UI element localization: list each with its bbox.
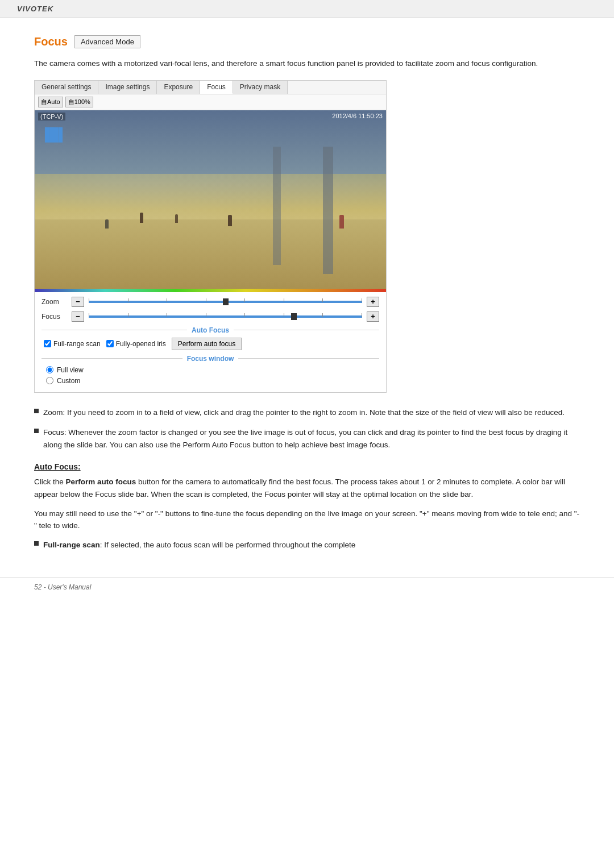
footer: 52 - User's Manual bbox=[0, 577, 614, 597]
focus-slider-thumb[interactable] bbox=[291, 313, 297, 320]
focus-slider-track[interactable] bbox=[89, 315, 362, 318]
controls-area: Zoom − + Focus − bbox=[35, 292, 386, 392]
main-content: Focus Advanced Mode The camera comes wit… bbox=[0, 18, 614, 577]
full-view-radio-label[interactable]: Full view bbox=[46, 366, 379, 374]
full-view-text: Full view bbox=[57, 366, 84, 374]
video-timestamp: 2012/4/6 11:50:23 bbox=[332, 113, 383, 119]
toolbar-100-btn[interactable]: 自100% bbox=[65, 97, 93, 107]
color-bar bbox=[35, 289, 386, 292]
zoom-minus-button[interactable]: − bbox=[72, 297, 84, 307]
divider-line-right bbox=[234, 330, 379, 330]
custom-text: Custom bbox=[57, 377, 80, 385]
bar-chart-icon: ▐█▌ bbox=[40, 127, 67, 142]
bullet-text-full-range: Full-range scan: If selected, the auto f… bbox=[43, 539, 355, 551]
focus-label: Focus bbox=[42, 313, 67, 321]
fw-divider-line-left bbox=[42, 358, 182, 359]
fully-opened-iris-label[interactable]: Fully-opened iris bbox=[106, 340, 166, 348]
video-scene: ▐█▌ bbox=[35, 110, 386, 292]
tab-exposure[interactable]: Exposure bbox=[157, 81, 200, 94]
bullet-list: Zoom: If you need to zoom in to a field … bbox=[34, 406, 580, 451]
zoom-label: Zoom bbox=[42, 298, 67, 306]
footer-text: 52 - User's Manual bbox=[34, 583, 91, 591]
focus-slider-row: Focus − + bbox=[42, 312, 379, 322]
auto-focus-section-title: Auto Focus bbox=[192, 326, 229, 334]
fw-divider-line-right bbox=[238, 358, 379, 359]
custom-radio-label[interactable]: Custom bbox=[46, 377, 379, 385]
bullet-square-2 bbox=[34, 429, 39, 433]
page-title: Focus bbox=[34, 35, 68, 48]
perform-auto-focus-button[interactable]: Perform auto focus bbox=[172, 338, 242, 350]
fully-opened-iris-checkbox[interactable] bbox=[106, 340, 114, 347]
auto-focus-para2: You may still need to use the "+" or "-"… bbox=[34, 508, 580, 532]
full-range-scan-text: Full-range scan bbox=[53, 340, 101, 348]
auto-focus-para1: Click the Perform auto focus button for … bbox=[34, 476, 580, 500]
zoom-plus-button[interactable]: + bbox=[367, 297, 379, 307]
header: VIVOTEK bbox=[0, 0, 614, 18]
toolbar-auto-btn[interactable]: 自Auto bbox=[38, 97, 63, 107]
focus-window-section-title: Focus window bbox=[187, 355, 234, 363]
auto-focus-heading: Auto Focus: bbox=[34, 462, 580, 471]
focus-minus-button[interactable]: − bbox=[72, 312, 84, 322]
title-row: Focus Advanced Mode bbox=[34, 35, 580, 48]
tab-general-settings[interactable]: General settings bbox=[35, 81, 98, 94]
full-range-scan-checkbox[interactable] bbox=[44, 340, 51, 347]
auto-focus-divider: Auto Focus bbox=[42, 326, 379, 334]
tab-privacy-mask[interactable]: Privacy mask bbox=[233, 81, 288, 94]
toolbar-row: 自Auto 自100% bbox=[35, 94, 386, 110]
tab-image-settings[interactable]: Image settings bbox=[98, 81, 157, 94]
divider-line-left bbox=[42, 330, 187, 330]
tab-bar: General settings Image settings Exposure… bbox=[35, 81, 386, 94]
tab-focus[interactable]: Focus bbox=[200, 81, 233, 94]
bullet-item-focus: Focus: Whenever the zoom factor is chang… bbox=[34, 426, 580, 451]
bullet-square-1 bbox=[34, 409, 39, 413]
auto-focus-explanation: Auto Focus: Click the Perform auto focus… bbox=[34, 462, 580, 551]
focus-window-radio-group: Full view Custom bbox=[42, 366, 379, 385]
custom-radio[interactable] bbox=[46, 377, 53, 384]
zoom-slider-row: Zoom − + bbox=[42, 297, 379, 307]
bullet-item-zoom: Zoom: If you need to zoom in to a field … bbox=[34, 406, 580, 419]
full-view-radio[interactable] bbox=[46, 366, 53, 373]
focus-window-divider: Focus window bbox=[42, 355, 379, 363]
full-range-scan-bold: Full-range scan bbox=[43, 541, 100, 549]
brand-logo: VIVOTEK bbox=[17, 5, 53, 13]
focus-ticks bbox=[89, 313, 362, 317]
bullet-text-focus: Focus: Whenever the zoom factor is chang… bbox=[43, 426, 580, 451]
zoom-slider-track[interactable] bbox=[89, 301, 362, 303]
video-protocol-label: (TCP-V) bbox=[38, 113, 65, 121]
camera-panel: General settings Image settings Exposure… bbox=[34, 80, 387, 393]
page-description: The camera comes with a motorized vari-f… bbox=[34, 57, 580, 70]
zoom-slider-thumb[interactable] bbox=[223, 298, 229, 305]
fully-opened-iris-text: Fully-opened iris bbox=[116, 340, 166, 348]
bullet-square-3 bbox=[34, 541, 39, 546]
perform-auto-focus-bold: Perform auto focus bbox=[66, 477, 136, 486]
focus-plus-button[interactable]: + bbox=[367, 312, 379, 322]
bullet-item-full-range: Full-range scan: If selected, the auto f… bbox=[34, 539, 580, 551]
video-feed[interactable]: ▐█▌ (TCP-V) 2012/4/6 11:50:23 bbox=[35, 110, 386, 292]
auto-focus-controls: Full-range scan Fully-opened iris Perfor… bbox=[42, 338, 379, 350]
full-range-scan-label[interactable]: Full-range scan bbox=[44, 340, 101, 348]
advanced-mode-button[interactable]: Advanced Mode bbox=[74, 35, 140, 48]
bullet-text-zoom: Zoom: If you need to zoom in to a field … bbox=[43, 406, 565, 419]
